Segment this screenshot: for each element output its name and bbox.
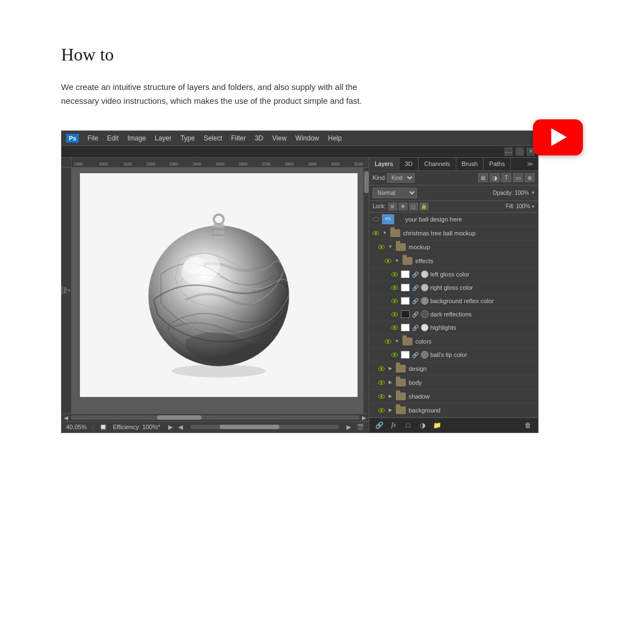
layer-visibility-btn[interactable] (390, 296, 399, 305)
layer-item[interactable]: ▶ body (369, 376, 538, 390)
eye-icon (385, 339, 391, 344)
lock-icons: ⊞ ✥ ◱ 🔒 (388, 203, 429, 210)
tab-layers[interactable]: Layers (369, 158, 399, 170)
menu-select[interactable]: Select (200, 133, 226, 143)
menu-type[interactable]: Type (177, 133, 199, 143)
layer-link-icon: 🔗 (411, 351, 419, 359)
new-folder-btn[interactable]: 📁 (431, 420, 442, 430)
svg-point-9 (213, 214, 224, 225)
layer-visibility-btn[interactable] (371, 215, 380, 224)
menu-view[interactable]: View (268, 133, 290, 143)
filter-label: Kind (373, 174, 385, 181)
layer-visibility-btn[interactable] (384, 256, 393, 265)
layer-visibility-btn[interactable] (377, 364, 386, 373)
filter-shape-btn[interactable]: ▭ (513, 173, 523, 182)
maximize-button[interactable]: □ (516, 148, 524, 155)
layer-item[interactable]: ▶ design (369, 362, 538, 376)
layer-visibility-btn[interactable] (377, 406, 386, 415)
layer-link-icon: 🔗 (411, 270, 419, 278)
tab-paths[interactable]: Paths (484, 158, 511, 170)
layer-visibility-btn[interactable] (390, 283, 399, 292)
lock-artboard-btn[interactable]: ◱ (409, 203, 418, 210)
doc-icon: 🔲 (99, 424, 107, 431)
menu-image[interactable]: Image (124, 133, 150, 143)
tab-brush[interactable]: Brush (456, 158, 484, 170)
fill-value: 100% (516, 203, 530, 209)
layer-item[interactable]: ▶ shadow (369, 390, 538, 404)
opacity-value: 100% (515, 190, 530, 196)
layer-expand-arrow[interactable]: ▼ (394, 258, 400, 264)
page-container: How to We create an intuitive structure … (0, 0, 644, 477)
layer-visibility-btn[interactable] (390, 310, 399, 319)
lock-move-btn[interactable]: ✥ (399, 203, 407, 210)
layer-expand-arrow[interactable]: ▼ (388, 244, 393, 250)
adjustment-btn[interactable]: ◑ (417, 420, 428, 430)
layer-item[interactable]: 🔗 background reflex color (369, 295, 538, 308)
filter-pixel-btn[interactable]: ⊠ (478, 173, 488, 182)
layer-item[interactable]: 🔗 highlights (369, 321, 538, 335)
menu-edit[interactable]: Edit (103, 133, 123, 143)
layer-link-icon: 🔗 (411, 297, 419, 305)
layer-expand-arrow[interactable]: ▼ (394, 339, 400, 344)
menu-layer[interactable]: Layer (151, 133, 175, 143)
layer-visibility-btn[interactable] (390, 270, 399, 279)
menu-filter[interactable]: Filter (227, 133, 250, 143)
layer-visibility-btn[interactable] (390, 323, 399, 332)
layer-item[interactable]: ▼ mockup (369, 240, 538, 254)
layer-expand-arrow[interactable]: ▶ (388, 407, 393, 413)
layer-expand-arrow[interactable]: ▶ (388, 380, 393, 385)
minimize-button[interactable]: — (505, 148, 512, 155)
canvas-hscrollbar[interactable]: ◀ ▶ (62, 414, 369, 421)
filter-kind-select[interactable]: Kind (387, 173, 415, 183)
layer-visibility-btn[interactable] (390, 350, 399, 359)
layer-color-black (401, 310, 410, 318)
canvas-vscrollbar[interactable] (363, 168, 369, 414)
youtube-button[interactable] (533, 119, 583, 155)
eye-icon (385, 259, 391, 263)
tab-channels[interactable]: Channels (419, 158, 456, 170)
zoom-level: 40,05% (66, 424, 87, 430)
layer-color-white (401, 284, 410, 291)
layer-mask (421, 284, 429, 291)
eye-icon (391, 353, 398, 357)
layer-item[interactable]: 🔗 right gloss color (369, 281, 538, 295)
layer-item[interactable]: 🔗 dark reflections (369, 308, 538, 321)
layer-item[interactable]: 🔗 ball's tip color (369, 349, 538, 362)
hscroll-track[interactable] (71, 415, 360, 420)
layer-item[interactable]: PS your ball design here (369, 213, 538, 227)
layer-folder-icon (395, 242, 407, 252)
menu-file[interactable]: File (83, 133, 102, 143)
layer-item[interactable]: ▼ colors (369, 335, 538, 349)
filter-adjust-btn[interactable]: ◑ (490, 173, 500, 182)
tab-3d[interactable]: 3D (399, 158, 419, 170)
layer-visibility-btn[interactable] (377, 243, 386, 251)
layer-expand-arrow[interactable]: ▶ (388, 394, 393, 399)
layer-folder-icon (401, 336, 414, 346)
filter-smart-btn[interactable]: ⊕ (525, 173, 535, 182)
fx-btn[interactable]: fx (388, 420, 399, 430)
menu-3d[interactable]: 3D (251, 133, 267, 143)
menu-window[interactable]: Window (291, 133, 323, 143)
layer-visibility-btn[interactable] (371, 229, 380, 238)
canvas-vscroll-thumb[interactable] (364, 171, 369, 193)
layer-item[interactable]: ▼ christmas tree ball mockup (369, 227, 538, 240)
layer-visibility-btn[interactable] (377, 378, 386, 387)
mask-btn[interactable]: □ (402, 420, 414, 430)
layer-visibility-btn[interactable] (377, 392, 386, 401)
panel-tab-more[interactable]: ≫ (522, 158, 538, 170)
menu-help[interactable]: Help (324, 133, 346, 143)
layer-visibility-btn[interactable] (384, 337, 393, 346)
blend-mode-select[interactable]: Normal (373, 188, 417, 198)
layer-item[interactable]: ▼ effects (369, 254, 538, 268)
link-layers-btn[interactable]: 🔗 (374, 420, 385, 430)
layer-mask (421, 324, 429, 331)
lock-all-btn[interactable]: 🔒 (420, 203, 429, 210)
layer-item[interactable]: ▶ background (369, 404, 538, 417)
layer-expand-arrow[interactable]: ▼ (382, 230, 388, 236)
layer-expand-arrow[interactable]: ▶ (388, 366, 393, 371)
delete-layer-btn[interactable]: 🗑 (522, 420, 534, 430)
lock-pixel-btn[interactable]: ⊞ (388, 203, 397, 210)
eye-icon (373, 231, 379, 235)
filter-text-btn[interactable]: T (501, 173, 511, 182)
layer-item[interactable]: 🔗 left gloss color (369, 268, 538, 281)
